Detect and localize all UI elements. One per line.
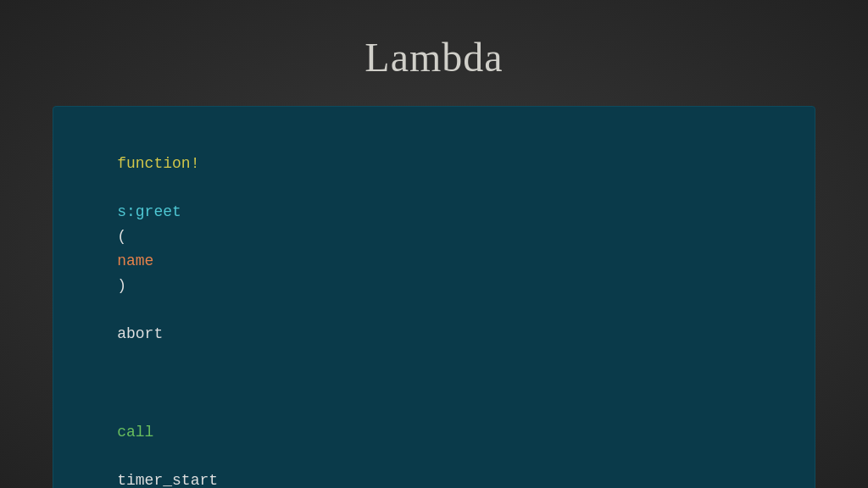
abort-1: abort	[117, 325, 163, 342]
code-block: function! s:greet ( name ) abort call ti…	[53, 106, 815, 488]
code-line-1: function! s:greet ( name ) abort	[81, 127, 787, 371]
keyword-function-1: function!	[117, 155, 199, 172]
indent-1	[117, 399, 153, 416]
space-2	[117, 302, 126, 319]
param-name-1: name	[117, 252, 153, 269]
paren-close-1: )	[117, 277, 126, 294]
page-title: Lambda	[364, 34, 503, 80]
space-3	[117, 447, 126, 464]
keyword-call-1: call	[117, 424, 153, 441]
func-timer-start: timer_start	[117, 472, 218, 488]
paren-open-1: (	[117, 228, 126, 245]
space-1	[117, 180, 126, 197]
method-greet: s:greet	[117, 203, 181, 220]
code-line-2: call timer_start ( 1000 , {t-> s:timer_c…	[81, 371, 787, 488]
